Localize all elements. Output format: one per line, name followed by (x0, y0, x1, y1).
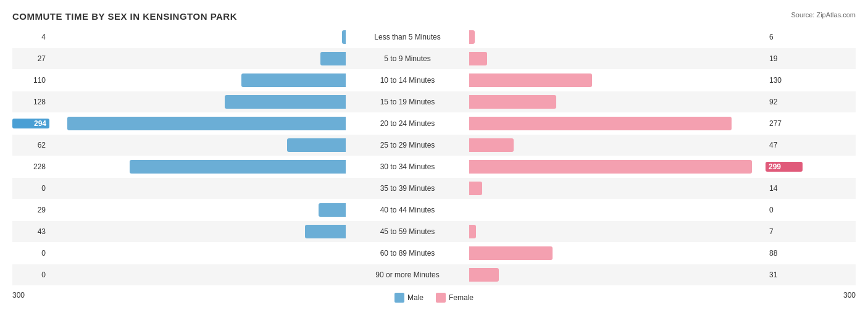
male-value: 0 (12, 271, 49, 279)
female-value: 299 (766, 162, 803, 172)
male-value: 228 (12, 162, 49, 171)
male-bar (287, 138, 346, 152)
axis-labels-row: 300 Male Female 300 (12, 288, 856, 303)
male-bar (320, 52, 346, 65)
left-bar-area (49, 30, 346, 44)
chart-title: COMMUTE TIME BY SEX IN KENSINGTON PARK (12, 11, 856, 22)
female-bar (469, 138, 514, 152)
legend-female: Female (436, 293, 474, 303)
male-value: 43 (12, 227, 49, 236)
chart-row: 294 20 to 24 Minutes 277 (12, 113, 856, 134)
male-value: 4 (12, 33, 49, 41)
male-value: 294 (12, 119, 49, 128)
left-bar-area (49, 95, 346, 109)
legend-female-box (436, 293, 446, 303)
male-bar (305, 225, 346, 238)
female-value: 92 (766, 98, 803, 106)
chart-row: 62 25 to 29 Minutes 47 (12, 135, 856, 156)
chart-row: 128 15 to 19 Minutes 92 (12, 91, 856, 112)
row-label: 5 to 9 Minutes (346, 54, 469, 63)
right-bar-area (469, 182, 766, 195)
chart-row: 27 5 to 9 Minutes 19 (12, 48, 856, 69)
right-bar-area (469, 225, 766, 238)
female-bar (469, 160, 752, 174)
female-bar (469, 30, 475, 44)
right-bar-area (469, 52, 766, 65)
female-value: 88 (766, 249, 803, 258)
right-bar-area (469, 138, 766, 152)
row-label: 60 to 89 Minutes (346, 249, 469, 258)
male-bar (130, 160, 346, 174)
female-value: 7 (766, 227, 803, 236)
left-bar-area (49, 160, 346, 174)
chart-container: COMMUTE TIME BY SEX IN KENSINGTON PARK S… (0, 0, 868, 323)
left-bar-area (49, 225, 346, 238)
row-label: 35 to 39 Minutes (346, 184, 469, 193)
row-label: 30 to 34 Minutes (346, 162, 469, 171)
left-bar-area (49, 138, 346, 152)
male-value: 0 (12, 249, 49, 258)
row-label: 25 to 29 Minutes (346, 141, 469, 149)
legend-male-label: Male (407, 293, 424, 302)
legend-male: Male (394, 293, 424, 303)
source-label: Source: ZipAtlas.com (791, 11, 856, 19)
row-label: 45 to 59 Minutes (346, 227, 469, 236)
chart-row: 0 60 to 89 Minutes 88 (12, 243, 856, 264)
row-label: 40 to 44 Minutes (346, 206, 469, 214)
male-value: 110 (12, 76, 49, 85)
right-bar-area (469, 246, 766, 260)
axis-right-label: 300 (819, 291, 856, 300)
right-bar-area (469, 268, 766, 282)
left-bar-area (49, 203, 346, 217)
female-value: 6 (766, 33, 803, 41)
female-value: 277 (766, 119, 803, 128)
chart-row: 0 35 to 39 Minutes 14 (12, 178, 856, 199)
row-label: 20 to 24 Minutes (346, 119, 469, 128)
row-label: 90 or more Minutes (346, 271, 469, 279)
left-bar-area (49, 52, 346, 65)
right-bar-area (469, 95, 766, 109)
male-value: 27 (12, 54, 49, 63)
female-bar (469, 182, 482, 195)
female-value: 0 (766, 206, 803, 214)
right-bar-area (469, 73, 766, 87)
row-label: Less than 5 Minutes (346, 33, 469, 41)
male-bar (241, 73, 346, 87)
female-bar (469, 225, 476, 238)
chart-row: 228 30 to 34 Minutes 299 (12, 156, 856, 177)
row-label: 15 to 19 Minutes (346, 98, 469, 106)
axis-left-label: 300 (12, 291, 49, 300)
male-value: 29 (12, 206, 49, 214)
chart-area: 4 Less than 5 Minutes 6 27 5 to 9 Minute… (12, 27, 856, 285)
female-value: 14 (766, 184, 803, 193)
legend-female-label: Female (449, 293, 474, 302)
chart-legend: Male Female (394, 293, 474, 303)
male-value: 62 (12, 141, 49, 149)
chart-row: 43 45 to 59 Minutes 7 (12, 221, 856, 242)
female-bar (469, 268, 499, 282)
female-value: 47 (766, 141, 803, 149)
female-bar (469, 73, 592, 87)
right-bar-area (469, 160, 766, 174)
left-bar-area (49, 117, 346, 130)
female-bar (469, 95, 556, 109)
male-bar (225, 95, 346, 109)
male-value: 0 (12, 184, 49, 193)
row-label: 10 to 14 Minutes (346, 76, 469, 85)
right-bar-area (469, 30, 766, 44)
right-bar-area (469, 117, 766, 130)
female-value: 19 (766, 54, 803, 63)
female-bar (469, 117, 732, 130)
chart-row: 29 40 to 44 Minutes 0 (12, 199, 856, 220)
left-bar-area (49, 73, 346, 87)
female-value: 130 (766, 76, 803, 85)
female-value: 31 (766, 271, 803, 279)
male-bar (67, 117, 346, 130)
chart-row: 110 10 to 14 Minutes 130 (12, 70, 856, 91)
chart-row: 0 90 or more Minutes 31 (12, 264, 856, 285)
female-bar (469, 246, 553, 260)
chart-row: 4 Less than 5 Minutes 6 (12, 27, 856, 48)
male-bar (319, 203, 346, 217)
legend-male-box (394, 293, 404, 303)
male-value: 128 (12, 98, 49, 106)
